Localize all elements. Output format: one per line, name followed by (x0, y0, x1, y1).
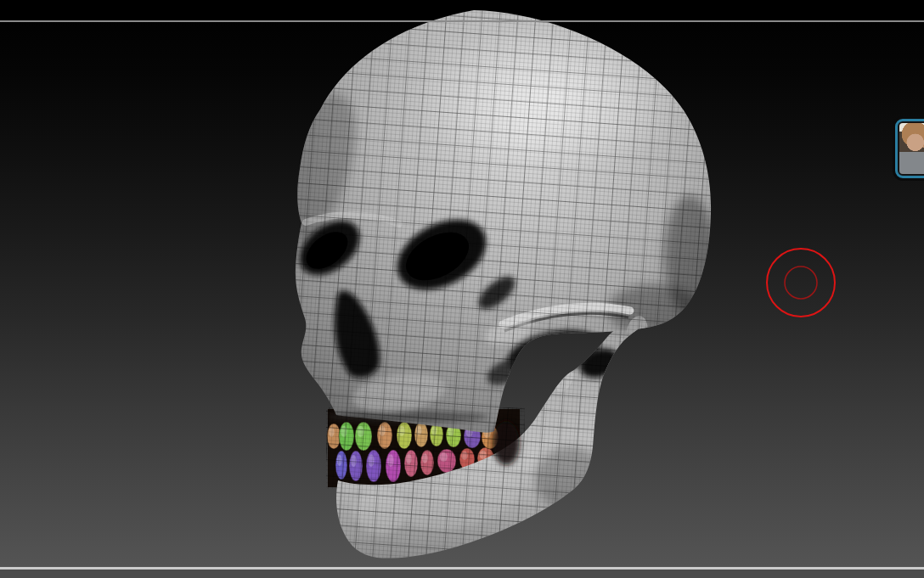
brush-cursor-outer-ring (767, 249, 835, 317)
brush-cursor-inner-ring (785, 267, 817, 299)
reference-photo (899, 123, 924, 174)
reference-image-thumbnail[interactable] (895, 119, 924, 178)
sculpt-canvas[interactable] (0, 0, 924, 578)
application-window (0, 0, 924, 578)
canvas-top-divider (0, 20, 924, 22)
brush-cursor (767, 249, 835, 317)
skull-model[interactable] (251, 0, 722, 569)
wireframe-overlay (280, 0, 722, 569)
bottom-bar (0, 570, 924, 578)
